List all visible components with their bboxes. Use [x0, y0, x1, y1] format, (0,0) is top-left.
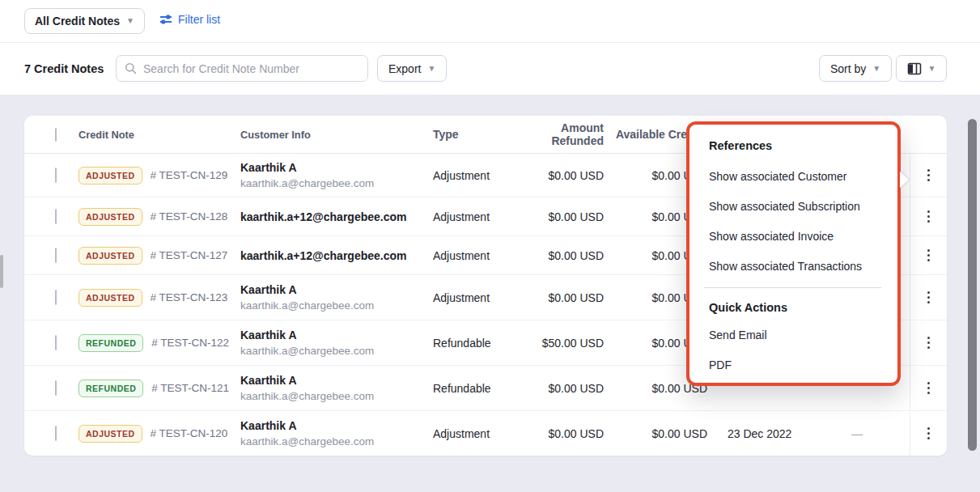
- row-checkbox[interactable]: [55, 209, 57, 224]
- sort-by-button[interactable]: Sort by ▼: [819, 55, 892, 82]
- status-badge: ADJUSTED: [78, 289, 142, 307]
- credit-note-number[interactable]: # TEST-CN-128: [151, 210, 228, 223]
- amount-refunded: $0.00 USD: [506, 169, 604, 182]
- row-actions-menu-button[interactable]: [923, 422, 935, 445]
- credit-notes-count: 7 Credit Notes: [24, 62, 104, 75]
- select-all-checkbox[interactable]: [55, 128, 57, 142]
- customer-name[interactable]: Kaarthik A: [240, 282, 433, 297]
- chevron-down-icon: ▼: [928, 65, 936, 73]
- export-label: Export: [388, 62, 421, 75]
- customer-name[interactable]: kaarthik.a+12@chargebee.com: [240, 248, 433, 263]
- status-badge: REFUNDED: [78, 380, 143, 397]
- amount-refunded: $0.00 USD: [506, 382, 604, 395]
- status-badge: ADJUSTED: [78, 247, 142, 265]
- row-checkbox[interactable]: [55, 380, 57, 396]
- credit-note-type: Adjustment: [433, 427, 506, 440]
- popup-section-title-references: References: [709, 139, 885, 152]
- customer-email: kaarthik.a@chargebee.com: [240, 176, 433, 191]
- row-actions-menu-button[interactable]: [923, 244, 935, 267]
- chevron-down-icon: ▼: [126, 17, 134, 25]
- view-selector-dropdown[interactable]: All Credit Notes ▼: [24, 8, 145, 34]
- filter-list-label: Filter list: [178, 13, 220, 26]
- menu-item-show-associated-invoice[interactable]: Show associated Invoice: [709, 231, 885, 242]
- amount-refunded: $0.00 USD: [506, 291, 604, 304]
- customer-name[interactable]: Kaarthik A: [240, 328, 433, 342]
- row-actions-menu-button[interactable]: [923, 164, 935, 187]
- columns-icon: [907, 62, 922, 76]
- credit-note-number[interactable]: # TEST-CN-127: [151, 249, 228, 261]
- filter-icon: [159, 13, 172, 26]
- toolbar-divider: [0, 42, 980, 43]
- menu-item-show-associated-subscription[interactable]: Show associated Subscription: [709, 201, 885, 212]
- row-actions-menu-button[interactable]: [923, 332, 935, 354]
- status-badge: ADJUSTED: [78, 425, 142, 443]
- row-checkbox[interactable]: [55, 168, 57, 183]
- references-menu: Show associated Customer Show associated…: [709, 171, 885, 272]
- amount-refunded: $0.00 USD: [506, 210, 604, 223]
- credit-note-type: Refundable: [433, 382, 506, 395]
- credit-note-type: Refundable: [433, 337, 506, 350]
- customer-name[interactable]: Kaarthik A: [240, 418, 433, 433]
- available-credits: $0.00 USD: [604, 427, 707, 440]
- header-credit-note: Credit Note: [78, 129, 134, 141]
- status-badge: ADJUSTED: [78, 167, 142, 184]
- header-amount-refunded: Amount Refunded: [551, 121, 604, 147]
- status-badge: ADJUSTED: [78, 208, 142, 226]
- top-bar: All Credit Notes ▼ Filter list 7 Credit …: [0, 0, 980, 95]
- credit-note-number[interactable]: # TEST-CN-129: [151, 169, 228, 181]
- amount-refunded: $0.00 USD: [506, 249, 604, 262]
- credit-note-number[interactable]: # TEST-CN-120: [151, 427, 228, 439]
- table-row: ADJUSTED # TEST-CN-120 Kaarthik A kaarth…: [24, 411, 947, 456]
- row-actions-popup: References Show associated Customer Show…: [686, 121, 901, 386]
- chevron-down-icon: ▼: [427, 65, 435, 73]
- row-checkbox[interactable]: [55, 290, 57, 305]
- filter-list-link[interactable]: Filter list: [159, 13, 220, 26]
- customer-name[interactable]: Kaarthik A: [240, 373, 433, 388]
- credit-note-number[interactable]: # TEST-CN-122: [151, 337, 229, 349]
- row-actions-menu-button[interactable]: [923, 206, 935, 228]
- credit-note-number[interactable]: # TEST-CN-123: [151, 291, 228, 303]
- search-box[interactable]: [116, 55, 368, 82]
- credit-note-date: 23 Dec 2022: [707, 427, 833, 440]
- amount-refunded: $0.00 USD: [506, 427, 604, 440]
- customer-email: kaarthik.a@chargebee.com: [240, 435, 433, 449]
- chevron-down-icon: ▼: [872, 65, 880, 73]
- menu-item-show-associated-customer[interactable]: Show associated Customer: [709, 171, 885, 182]
- customer-name[interactable]: kaarthik.a+12@chargebee.com: [240, 210, 433, 224]
- menu-item-send-email[interactable]: Send Email: [709, 329, 885, 341]
- manage-columns-button[interactable]: ▼: [896, 55, 947, 82]
- left-scrollbar-thumb[interactable]: [0, 255, 3, 288]
- search-input[interactable]: [143, 62, 359, 75]
- popup-section-title-quick-actions: Quick Actions: [709, 301, 885, 314]
- credit-note-type: Adjustment: [433, 210, 506, 223]
- view-selector-label: All Credit Notes: [35, 15, 120, 28]
- row-checkbox[interactable]: [55, 335, 57, 350]
- customer-email: kaarthik.a@chargebee.com: [240, 299, 433, 313]
- amount-refunded: $50.00 USD: [506, 337, 604, 350]
- header-customer-info: Customer Info: [240, 129, 311, 141]
- credit-note-type: Adjustment: [433, 169, 506, 182]
- header-type: Type: [433, 128, 459, 141]
- export-button[interactable]: Export ▼: [377, 55, 447, 82]
- row-checkbox[interactable]: [55, 248, 57, 263]
- popup-pointer-arrow: [900, 172, 909, 188]
- sort-by-label: Sort by: [830, 62, 866, 75]
- customer-email: kaarthik.a@chargebee.com: [240, 344, 433, 358]
- customer-name[interactable]: Kaarthik A: [240, 160, 433, 175]
- refund-due: —: [833, 427, 881, 440]
- row-actions-menu-button[interactable]: [923, 286, 935, 309]
- row-checkbox[interactable]: [55, 426, 57, 441]
- menu-item-show-associated-transactions[interactable]: Show associated Transactions: [709, 261, 885, 272]
- popup-separator: [704, 287, 881, 288]
- status-badge: REFUNDED: [78, 334, 143, 352]
- search-icon: [125, 62, 137, 74]
- quick-actions-menu: Send Email PDF: [709, 329, 885, 371]
- credit-note-type: Adjustment: [433, 291, 506, 304]
- credit-note-number[interactable]: # TEST-CN-121: [151, 382, 229, 394]
- menu-item-pdf[interactable]: PDF: [709, 359, 885, 371]
- credit-note-type: Adjustment: [433, 249, 506, 262]
- customer-email: kaarthik.a@chargebee.com: [240, 389, 433, 404]
- vertical-scrollbar-thumb[interactable]: [968, 119, 977, 451]
- row-actions-menu-button[interactable]: [923, 377, 935, 400]
